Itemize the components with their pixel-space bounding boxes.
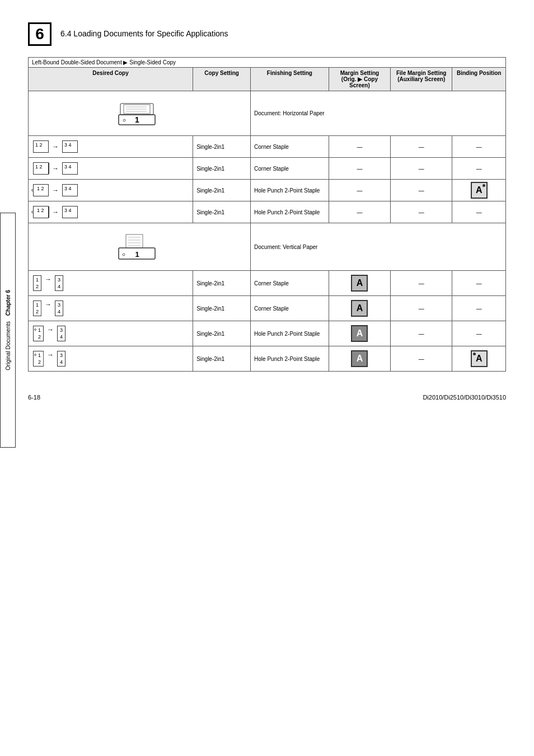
v-row-2-copy-diagram: 1 2 → 3 4 bbox=[32, 298, 189, 318]
h-row-4-file: — bbox=[391, 201, 452, 223]
horizontal-section-label: Document: Horizontal Paper bbox=[254, 110, 325, 116]
h-row-3-binding: A bbox=[452, 180, 506, 201]
h-row-1-finishing: Corner Staple bbox=[251, 136, 329, 158]
h-row-1-copy: Single-2in1 bbox=[193, 136, 251, 158]
h-row-4-copy: Single-2in1 bbox=[193, 201, 251, 223]
v-row-1-diagram: 1 2 → 3 4 bbox=[29, 271, 193, 296]
h-row-3-arrow: → bbox=[52, 186, 59, 194]
column-header-row: Desired Copy Copy Setting Finishing Sett… bbox=[29, 68, 506, 91]
h-row-3-left-pages: 1 2 bbox=[33, 184, 49, 196]
h-row-2-copy-diagram: 1 2 → 3 4 bbox=[32, 160, 189, 177]
v-row-4: 1 2 → 3 4 Single-2in1 Hole Punch 2-Point… bbox=[29, 346, 506, 372]
binding-icon-h3: A bbox=[471, 182, 488, 199]
main-content: Left-Bound Double-Sided Document ▶ Singl… bbox=[28, 57, 506, 372]
h-row-2-binding: — bbox=[452, 158, 506, 180]
h-row-2-left-pages: 1 2 bbox=[33, 162, 49, 175]
h-row-1: 1 2 → 3 4 Single-2in1 Corner Staple — — … bbox=[29, 136, 506, 158]
h-row-4-left-pages: 1 2 bbox=[33, 206, 49, 218]
v-row-1-right-pages: 3 4 bbox=[55, 275, 63, 291]
v-row-2-copy: Single-2in1 bbox=[193, 296, 251, 321]
v-row-4-right-pages: 3 4 bbox=[57, 351, 65, 367]
side-tab: Chapter 6 Original Documents bbox=[0, 213, 16, 448]
v-row-4-left-pages: 1 2 bbox=[33, 351, 44, 367]
h-row-3-copy-diagram: 1 2 → 3 4 bbox=[32, 182, 189, 199]
h-row-1-binding: — bbox=[452, 136, 506, 158]
v-row-4-arrow: → bbox=[47, 351, 54, 359]
h-row-2-finishing: Corner Staple bbox=[251, 158, 329, 180]
v-row-4-margin: A bbox=[329, 346, 390, 372]
h-row-2-copy: Single-2in1 bbox=[193, 158, 251, 180]
side-tab-title: Original Documents bbox=[5, 321, 11, 370]
v-row-3: 1 2 → 3 4 Single-2in1 Hole Punch 2-Point… bbox=[29, 321, 506, 346]
horizontal-scanner-diagram: 1 bbox=[29, 91, 251, 136]
scanner-horizontal-svg: 1 bbox=[116, 98, 163, 129]
v-row-3-binding: — bbox=[452, 321, 506, 346]
h-row-4-arrow: → bbox=[52, 208, 59, 216]
h-row-2-diagram: 1 2 → 3 4 bbox=[29, 158, 193, 180]
hole-v3 bbox=[34, 328, 36, 331]
v-row-3-finishing: Hole Punch 2-Point Staple bbox=[251, 321, 329, 346]
col-header-desired: Desired Copy bbox=[29, 68, 193, 91]
horizontal-label: Document: Horizontal Paper bbox=[251, 91, 506, 136]
side-tab-chapter: Chapter 6 bbox=[5, 290, 11, 316]
v-row-1-margin: A bbox=[329, 271, 390, 296]
svg-point-7 bbox=[123, 119, 125, 121]
footer-model-number: Di2010/Di2510/Di3010/Di3510 bbox=[423, 394, 506, 401]
v-row-1-finishing: Corner Staple bbox=[251, 271, 329, 296]
hole-v4 bbox=[34, 354, 36, 356]
v-row-2-arrow: → bbox=[45, 300, 51, 308]
section-title: Left-Bound Double-Sided Document ▶ Singl… bbox=[29, 58, 506, 68]
binding-icon-v4: A bbox=[471, 350, 488, 367]
h-row-4-right-pages: 3 4 bbox=[62, 206, 78, 218]
vertical-label: Document: Vertical Paper bbox=[251, 223, 506, 271]
v-row-1-copy-diagram: 1 2 → 3 4 bbox=[32, 273, 189, 293]
v-row-4-diagram: 1 2 → 3 4 bbox=[29, 346, 193, 372]
col-header-file: File Margin Setting (Auxiliary Screen) bbox=[391, 68, 452, 91]
v-row-1-binding: — bbox=[452, 271, 506, 296]
h-row-3-finishing: Hole Punch 2-Point Staple bbox=[251, 180, 329, 201]
staple-dot-h3 bbox=[483, 184, 485, 187]
v-row-1-copy: Single-2in1 bbox=[193, 271, 251, 296]
vertical-section-row: 1 Document: Vertical Paper bbox=[29, 223, 506, 271]
margin-icon-v4: A bbox=[351, 350, 368, 367]
h-row-1-file: — bbox=[391, 136, 452, 158]
v-row-2-right-pages: 3 4 bbox=[55, 300, 63, 316]
svg-point-15 bbox=[123, 253, 125, 256]
v-row-3-file: — bbox=[391, 321, 452, 346]
col-header-copy: Copy Setting bbox=[193, 68, 251, 91]
v-row-1-arrow: → bbox=[45, 275, 51, 283]
h-row-2-file: — bbox=[391, 158, 452, 180]
svg-text:1: 1 bbox=[135, 250, 139, 259]
vertical-section-label: Document: Vertical Paper bbox=[254, 244, 317, 250]
col-header-finishing: Finishing Setting bbox=[251, 68, 329, 91]
vertical-illustration: 1 bbox=[32, 226, 247, 268]
h-row-2-margin: — bbox=[329, 158, 390, 180]
h-row-2-right-pages: 3 4 bbox=[62, 162, 78, 175]
col-header-margin: Margin Setting (Orig. ▶ Copy Screen) bbox=[329, 68, 390, 91]
scanner-vertical-svg: 1 bbox=[116, 230, 163, 264]
v-row-2-left-pages: 1 2 bbox=[33, 300, 41, 316]
header-title: 6.4 Loading Documents for Specific Appli… bbox=[60, 22, 228, 38]
footer-page-number: 6-18 bbox=[28, 394, 40, 401]
v-row-2-binding: — bbox=[452, 296, 506, 321]
margin-icon-v3: A bbox=[351, 325, 368, 342]
h-row-4-binding: — bbox=[452, 201, 506, 223]
h-row-3-diagram: 1 2 → 3 4 bbox=[29, 180, 193, 201]
h-row-1-right-pages: 3 4 bbox=[62, 140, 78, 153]
h-row-1-margin: — bbox=[329, 136, 390, 158]
h-row-2: 1 2 → 3 4 Single-2in1 Corner Staple — — … bbox=[29, 158, 506, 180]
h-row-3-copy: Single-2in1 bbox=[193, 180, 251, 201]
v-row-4-copy-diagram: 1 2 → 3 4 bbox=[32, 349, 189, 369]
h-row-3-right-pages: 3 4 bbox=[62, 184, 78, 196]
v-row-2-margin: A bbox=[329, 296, 390, 321]
margin-icon-v2: A bbox=[351, 300, 368, 317]
h-row-4-copy-diagram: 1 2 → 3 4 bbox=[32, 204, 189, 220]
v-row-2: 1 2 → 3 4 Single-2in1 Corner Staple A bbox=[29, 296, 506, 321]
vertical-scanner-diagram: 1 bbox=[29, 223, 251, 271]
v-row-3-copy-diagram: 1 2 → 3 4 bbox=[32, 323, 189, 344]
h-row-3-file: — bbox=[391, 180, 452, 201]
chapter-number: 6 bbox=[28, 22, 51, 46]
v-row-2-finishing: Corner Staple bbox=[251, 296, 329, 321]
horizontal-section-row: 1 Document: Horizontal Paper bbox=[29, 91, 506, 136]
v-row-1: 1 2 → 3 4 Single-2in1 Corner Staple A bbox=[29, 271, 506, 296]
